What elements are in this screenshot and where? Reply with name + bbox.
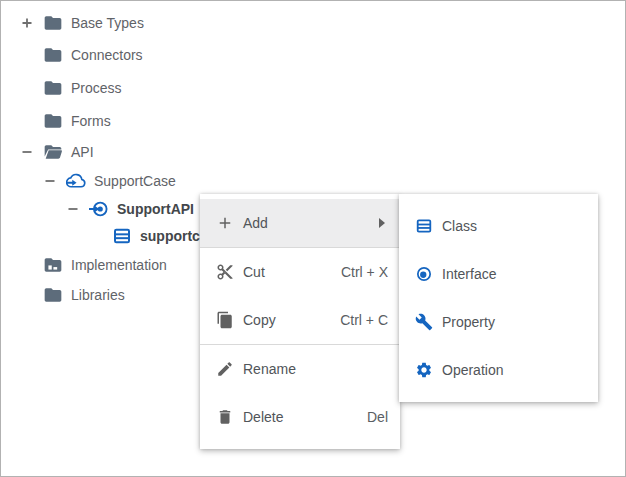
submenu-item-property[interactable]: Property [399, 298, 598, 346]
folder-implementation-icon [43, 255, 63, 275]
collapse-minus-icon[interactable] [65, 201, 81, 217]
scissors-icon [216, 263, 234, 281]
add-submenu: Class Interface Property Operation [399, 194, 598, 402]
tree-item-label: Implementation [71, 257, 167, 273]
tree-item-supportcase[interactable]: SupportCase [1, 166, 625, 195]
app-window: Base Types Connectors Process Forms [0, 0, 626, 477]
folder-icon [43, 285, 63, 305]
menu-item-add[interactable]: Add [200, 199, 400, 247]
menu-item-label: Copy [243, 312, 340, 328]
copy-icon [216, 311, 234, 329]
submenu-item-class[interactable]: Class [399, 202, 598, 250]
tree-item-forms[interactable]: Forms [1, 104, 625, 137]
tree-item-label: Forms [71, 113, 111, 129]
tree-item-base-types[interactable]: Base Types [1, 7, 625, 39]
class-icon [415, 217, 433, 235]
tree-item-label: SupportCase [94, 173, 176, 189]
submenu-arrow-icon [378, 217, 388, 229]
menu-item-label: Cut [243, 264, 341, 280]
interface-icon [415, 265, 433, 283]
submenu-item-interface[interactable]: Interface [399, 250, 598, 298]
collapse-minus-icon[interactable] [42, 173, 58, 189]
folder-icon [43, 78, 63, 98]
folder-icon [43, 111, 63, 131]
wrench-icon [415, 313, 433, 331]
tree-item-label: Process [71, 80, 122, 96]
submenu-item-label: Operation [442, 362, 586, 378]
tree-item-api[interactable]: API [1, 137, 625, 166]
menu-item-delete[interactable]: Delete Del [200, 393, 400, 441]
folder-open-icon [43, 142, 63, 162]
submenu-item-label: Class [442, 218, 586, 234]
submenu-item-operation[interactable]: Operation [399, 346, 598, 394]
tree-item-label: API [71, 144, 94, 160]
submenu-item-label: Interface [442, 266, 586, 282]
cloud-arrow-icon [66, 171, 86, 191]
menu-item-label: Add [243, 215, 378, 231]
api-input-icon [89, 199, 109, 219]
tree-item-label: SupportAPI [117, 201, 194, 217]
menu-shortcut: Ctrl + C [340, 312, 388, 328]
folder-icon [43, 45, 63, 65]
tree-item-label: Base Types [71, 15, 144, 31]
plus-icon [216, 214, 234, 232]
trash-icon [216, 408, 234, 426]
class-icon [112, 226, 132, 246]
collapse-minus-icon[interactable] [19, 144, 35, 160]
menu-item-label: Delete [243, 409, 367, 425]
gear-icon [415, 361, 433, 379]
menu-shortcut: Del [367, 409, 388, 425]
submenu-item-label: Property [442, 314, 586, 330]
pencil-icon [216, 360, 234, 378]
menu-item-label: Rename [243, 361, 388, 377]
context-menu: Add Cut Ctrl + X Copy Ctrl + C Re [200, 194, 400, 449]
menu-shortcut: Ctrl + X [341, 264, 388, 280]
menu-item-copy[interactable]: Copy Ctrl + C [200, 296, 400, 344]
tree-item-label: Libraries [71, 287, 125, 303]
expand-plus-icon[interactable] [19, 15, 35, 31]
tree-item-label: Connectors [71, 47, 143, 63]
menu-item-rename[interactable]: Rename [200, 345, 400, 393]
tree-item-label: supportca [140, 228, 208, 244]
menu-item-cut[interactable]: Cut Ctrl + X [200, 248, 400, 296]
tree-item-process[interactable]: Process [1, 71, 625, 104]
tree-item-connectors[interactable]: Connectors [1, 39, 625, 71]
folder-icon [43, 13, 63, 33]
